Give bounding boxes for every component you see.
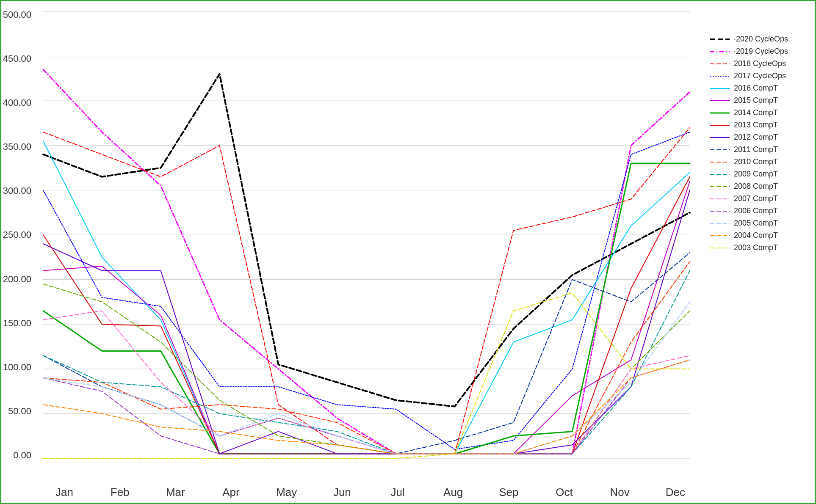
- legend-item: 2006 CompT: [709, 207, 811, 215]
- legend-item: 2008 CompT: [709, 182, 811, 191]
- legend-label: ·2019 CycleOps: [734, 47, 788, 56]
- chart-svg: [35, 9, 707, 463]
- x-label-mar: Mar: [158, 486, 192, 499]
- legend-item: 2003 CompT: [709, 243, 811, 252]
- y-label-100: 100.00: [3, 362, 31, 373]
- legend-label: 2005 CompT: [734, 219, 778, 228]
- legend-label: 2006 CompT: [734, 207, 778, 215]
- legend-item: 2005 CompT: [709, 219, 811, 228]
- x-label-nov: Nov: [603, 486, 637, 499]
- x-label-dec: Dec: [658, 486, 692, 499]
- x-label-jun: Jun: [325, 486, 359, 499]
- legend-item: 2016 CompT: [709, 84, 811, 93]
- legend-item: 2014 CompT: [709, 108, 811, 117]
- legend-item: 2015 CompT: [709, 96, 811, 105]
- y-label-150: 150.00: [3, 318, 31, 329]
- legend-item: ·2019 CycleOps: [709, 47, 811, 56]
- legend-label: 2004 CompT: [734, 231, 778, 240]
- legend-item: 2017 CycleOps: [709, 72, 811, 80]
- legend-item: 2011 CompT: [709, 145, 811, 154]
- x-label-sep: Sep: [492, 486, 526, 499]
- legend-label: 2011 CompT: [734, 145, 778, 154]
- legend-label: 2009 CompT: [734, 170, 778, 179]
- y-label-450: 450.00: [3, 53, 31, 64]
- legend-label: 2007 CompT: [734, 194, 778, 203]
- legend-item: 2018 CycleOps: [709, 59, 811, 68]
- y-axis: 500.00 450.00 400.00 350.00 300.00 250.0…: [1, 9, 34, 461]
- legend-label: 2008 CompT: [734, 182, 778, 191]
- y-label-500: 500.00: [3, 9, 31, 20]
- legend-item: 2004 CompT: [709, 231, 811, 240]
- legend-label: 2012 CompT: [734, 133, 778, 142]
- legend-item: 2013 CompT: [709, 121, 811, 129]
- legend-label: 2013 CompT: [734, 121, 778, 129]
- legend-label: 2018 CycleOps: [734, 59, 786, 68]
- legend-label: 2014 CompT: [734, 108, 778, 117]
- legend-item: 2009 CompT: [709, 170, 811, 179]
- x-axis: Jan Feb Mar Apr May Jun Jul Aug Sep Oct …: [35, 486, 705, 499]
- legend-label: 2015 CompT: [734, 96, 778, 105]
- y-label-300: 300.00: [3, 185, 31, 196]
- legend-label: ·2020 CycleOps: [734, 35, 788, 44]
- x-label-aug: Aug: [436, 486, 470, 499]
- x-label-jul: Jul: [381, 486, 415, 499]
- x-label-oct: Oct: [548, 486, 581, 499]
- chart-legend: ·2020 CycleOps·2019 CycleOps2018 CycleOp…: [709, 35, 811, 252]
- x-label-apr: Apr: [214, 486, 248, 499]
- legend-item: ·2020 CycleOps: [709, 35, 811, 44]
- legend-label: 2017 CycleOps: [734, 72, 786, 80]
- chart-container: 500.00 450.00 400.00 350.00 300.00 250.0…: [0, 0, 816, 504]
- x-label-jan: Jan: [47, 486, 81, 499]
- y-label-200: 200.00: [3, 274, 31, 285]
- y-label-50: 50.00: [8, 406, 31, 417]
- legend-label: 2016 CompT: [734, 84, 778, 93]
- x-label-may: May: [270, 486, 304, 499]
- y-label-350: 350.00: [3, 141, 31, 152]
- legend-item: 2010 CompT: [709, 157, 811, 166]
- legend-item: 2007 CompT: [709, 194, 811, 203]
- legend-label: 2003 CompT: [734, 243, 778, 252]
- legend-label: 2010 CompT: [734, 157, 778, 166]
- y-label-0: 0.00: [13, 450, 31, 461]
- legend-item: 2012 CompT: [709, 133, 811, 142]
- x-label-feb: Feb: [103, 486, 137, 499]
- y-label-400: 400.00: [3, 97, 31, 108]
- y-label-250: 250.00: [3, 229, 31, 240]
